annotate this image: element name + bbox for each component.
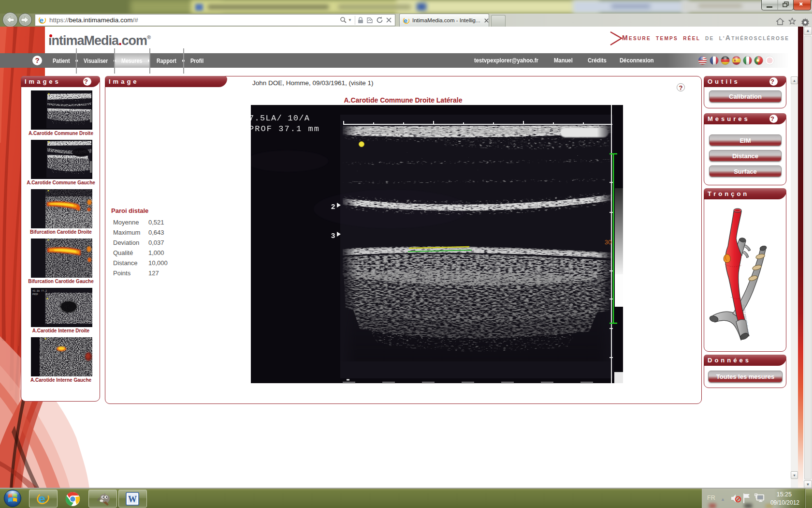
svg-text:W: W (128, 494, 137, 504)
svg-text:30: 30 (605, 239, 611, 246)
svg-text:3: 3 (331, 231, 335, 239)
svg-text:7.5LA/ 10/A: 7.5LA/ 10/A (251, 114, 310, 123)
svg-text:PROF 37.1 mm: PROF 37.1 mm (251, 124, 319, 134)
svg-text:43.98 77.2: 43.98 77.2 (32, 290, 47, 293)
svg-text:PROF: PROF (32, 293, 38, 296)
svg-text:2: 2 (331, 202, 335, 210)
